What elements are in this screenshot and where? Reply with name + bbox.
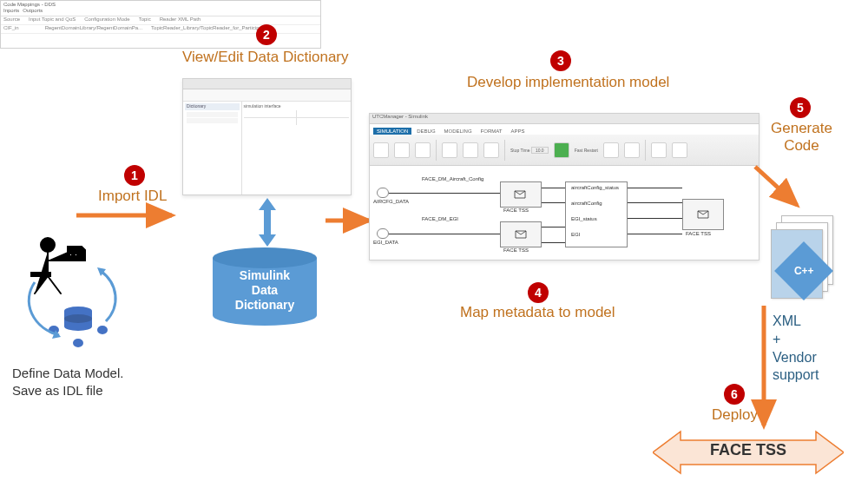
face-tss-arrow: FACE TSS: [653, 430, 844, 475]
arrow-deploy: [755, 306, 773, 438]
svg-rect-1: [31, 273, 50, 276]
svg-rect-3: [75, 254, 77, 256]
svg-point-6: [64, 322, 92, 331]
step-label-6: Deploy: [712, 406, 758, 424]
define-data-model-icon: [17, 234, 122, 356]
step-badge-1: 1: [124, 165, 145, 186]
arrow-to-code: [755, 162, 807, 217]
svg-line-13: [755, 167, 797, 205]
step-label-5: Generate Code: [771, 120, 832, 155]
cpp-code-files-icon: C++: [771, 215, 833, 299]
step-label-1: Import IDL: [98, 188, 167, 205]
step-badge-6: 6: [724, 384, 745, 405]
svg-point-7: [64, 314, 92, 323]
step-badge-3: 3: [550, 50, 571, 71]
svg-point-10: [73, 339, 83, 347]
step-badge-4: 4: [528, 282, 549, 303]
step-label-3: Develop implementation model: [467, 74, 669, 91]
arrow-import-idl: [76, 207, 181, 228]
bidirectional-arrow-icon: [257, 198, 278, 247]
svg-point-9: [97, 326, 108, 334]
step-label-2: View/Edit Data Dictionary: [182, 49, 349, 66]
define-caption: Define Data Model. Save as IDL file: [12, 365, 123, 399]
xml-vendor-label: XML + Vendor support: [773, 313, 819, 385]
svg-point-0: [41, 238, 55, 252]
step-badge-2: 2: [256, 24, 277, 45]
simulink-data-dictionary-cylinder: Simulink Data Dictionary: [213, 247, 317, 326]
step-label-4: Map metadata to model: [460, 304, 615, 321]
svg-rect-2: [69, 254, 72, 256]
data-dictionary-window: Dictionary simulation interface: [182, 78, 352, 195]
step-num: 1: [131, 168, 138, 182]
step-num: 2: [263, 28, 270, 42]
simulink-window: UTCManager - Simulink SIMULATION DEBUG M…: [369, 113, 760, 260]
step-badge-5: 5: [790, 97, 811, 118]
